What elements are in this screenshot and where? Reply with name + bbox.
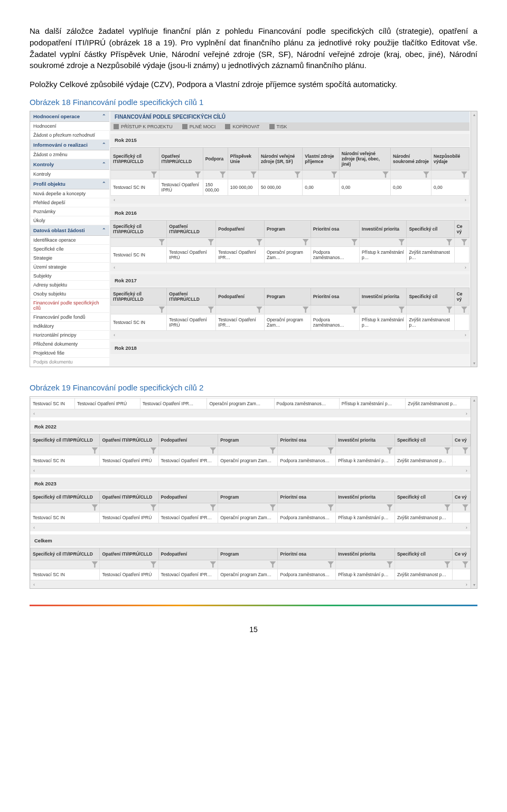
filter-icon[interactable] <box>387 504 393 511</box>
toolbar-button[interactable]: PLNÉ MOCI <box>182 124 216 129</box>
filter-icon[interactable] <box>351 239 358 245</box>
column-header[interactable]: Specifický cíl <box>395 434 452 446</box>
sidebar-item[interactable]: Nová depeše a koncepty <box>30 189 109 198</box>
scroll-left-icon[interactable]: ‹ <box>114 264 115 270</box>
column-header[interactable]: Investiční priorita <box>336 491 395 503</box>
column-header[interactable]: Specifický cíl <box>407 220 454 237</box>
table-row[interactable]: Testovací SC INTestovací Opatření IPRÚTe… <box>111 314 470 330</box>
filter-icon[interactable] <box>303 239 309 245</box>
filter-icon[interactable] <box>387 447 393 454</box>
filter-icon[interactable] <box>208 307 214 313</box>
filter-icon[interactable] <box>91 447 98 454</box>
column-header[interactable]: Podpora <box>203 147 228 170</box>
sidebar-item[interactable]: Financování podle fondů <box>30 313 109 322</box>
filter-icon[interactable] <box>327 504 334 511</box>
column-header[interactable]: Program <box>218 434 278 446</box>
scroll-left-icon[interactable]: ‹ <box>33 467 35 473</box>
column-header[interactable]: Ce vý <box>453 491 471 503</box>
sidebar-item[interactable]: Přehled depeší <box>30 198 109 207</box>
column-header[interactable]: Investiční priorita <box>336 434 395 446</box>
filter-icon[interactable] <box>444 447 450 454</box>
filter-icon[interactable] <box>91 504 98 511</box>
column-header[interactable]: Investiční priorita <box>360 220 407 237</box>
column-header[interactable]: Ce vý <box>453 434 471 446</box>
column-header[interactable]: Program <box>264 220 311 237</box>
horizontal-scrollbar[interactable]: ‹› <box>110 263 470 271</box>
filter-icon[interactable] <box>303 307 309 313</box>
sidebar-item[interactable]: Žádost o změnu <box>30 150 109 159</box>
filter-icon[interactable] <box>331 171 337 178</box>
scroll-left-icon[interactable]: ‹ <box>114 332 115 338</box>
sidebar-item[interactable]: Žádost o přezkum rozhodnutí <box>30 131 109 140</box>
column-header[interactable]: Podopatření <box>158 434 218 446</box>
filter-icon[interactable] <box>398 239 405 245</box>
column-header[interactable]: Opatření ITI/IPRÚ/CLLD <box>167 288 216 305</box>
column-header[interactable]: Specifický cíl ITI/IPRÚ/CLLD <box>111 288 167 305</box>
sidebar-item[interactable]: Hodnocení <box>30 122 109 131</box>
column-header[interactable]: Opatření ITI/IPRÚ/CLLD <box>167 220 216 237</box>
column-header[interactable]: Vlastní zdroje příjemce <box>303 147 340 170</box>
sidebar-item[interactable]: Identifikace operace <box>30 236 109 245</box>
column-header[interactable]: Prioritní osa <box>311 288 359 305</box>
sidebar-group-header[interactable]: Informování o realizaci⌃ <box>30 140 109 150</box>
scroll-right-icon[interactable]: › <box>465 264 466 270</box>
vertical-scrollbar[interactable]: ▴▾ <box>471 397 477 588</box>
filter-icon[interactable] <box>269 561 276 568</box>
sidebar-item[interactable]: Financování podle specifických cílů <box>30 299 109 313</box>
filter-icon[interactable] <box>210 504 216 511</box>
sidebar-item[interactable]: Strategie <box>30 254 109 263</box>
column-header[interactable]: Prioritní osa <box>311 220 359 237</box>
column-header[interactable]: Ce vý <box>454 220 469 237</box>
column-header[interactable]: Podopatření <box>158 491 218 503</box>
column-header[interactable]: Specifický cíl ITI/IPRÚ/CLLD <box>31 548 100 560</box>
filter-icon[interactable] <box>250 171 257 178</box>
table-row[interactable]: Testovací SC INTestovací Opatření IPRÚTe… <box>31 398 471 409</box>
filter-icon[interactable] <box>444 504 450 511</box>
toolbar-button[interactable]: KOPÍROVAT <box>225 124 259 129</box>
filter-icon[interactable] <box>195 171 201 178</box>
column-header[interactable]: Opatření ITI/IPRÚ/CLLD <box>100 434 158 446</box>
column-header[interactable]: Příspěvek Unie <box>228 147 258 170</box>
column-header[interactable]: Národní veřejné zdroje (kraj, obec, jiné… <box>339 147 390 170</box>
scroll-left-icon[interactable]: ‹ <box>33 524 35 530</box>
column-header[interactable]: Národní veřejné zdroje (SR, SF) <box>259 147 303 170</box>
filter-icon[interactable] <box>151 561 157 568</box>
toolbar-button[interactable]: PŘÍSTUP K PROJEKTU <box>114 124 173 129</box>
column-header[interactable]: Investiční priorita <box>336 548 395 560</box>
scroll-left-icon[interactable]: ‹ <box>33 410 35 416</box>
column-header[interactable]: Specifický cíl <box>395 491 452 503</box>
table-row[interactable]: Testovací SC INTestovací Opatření IPRÚTe… <box>31 569 471 580</box>
sidebar-item[interactable]: Podpis dokumentu <box>30 358 109 367</box>
column-header[interactable]: Opatření ITI/IPRÚ/CLLD <box>100 491 158 503</box>
column-header[interactable]: Podopatření <box>158 548 218 560</box>
sidebar-item[interactable]: Osoby subjektu <box>30 290 109 299</box>
scroll-right-icon[interactable]: › <box>466 410 467 416</box>
filter-icon[interactable] <box>158 239 165 245</box>
sidebar-group-header[interactable]: Datová oblast žádosti⌃ <box>30 225 109 236</box>
column-header[interactable]: Opatření ITI/IPRÚ/CLLD <box>100 548 158 560</box>
vertical-scrollbar[interactable]: ▴▾ <box>471 111 477 367</box>
column-header[interactable]: Nezpůsobilé výdaje <box>431 147 470 170</box>
scroll-left-icon[interactable]: ‹ <box>33 581 35 587</box>
scroll-left-icon[interactable]: ‹ <box>114 197 115 203</box>
table-row[interactable]: Testovací SC INTestovací Opatření IPRÚTe… <box>31 512 471 523</box>
column-header[interactable]: Specifický cíl ITI/IPRÚ/CLLD <box>31 434 100 446</box>
horizontal-scrollbar[interactable]: ‹› <box>30 409 471 417</box>
filter-icon[interactable] <box>151 171 157 178</box>
column-header[interactable]: Národní soukromé zdroje <box>391 147 431 170</box>
filter-icon[interactable] <box>398 307 405 313</box>
filter-icon[interactable] <box>351 307 358 313</box>
filter-icon[interactable] <box>210 447 216 454</box>
column-header[interactable]: Specifický cíl ITI/IPRÚ/CLLD <box>111 147 159 170</box>
filter-icon[interactable] <box>269 447 276 454</box>
filter-icon[interactable] <box>256 307 262 313</box>
column-header[interactable]: Specifický cíl ITI/IPRÚ/CLLD <box>31 491 100 503</box>
filter-icon[interactable] <box>462 504 468 511</box>
scroll-right-icon[interactable]: › <box>466 467 467 473</box>
filter-icon[interactable] <box>387 561 393 568</box>
filter-icon[interactable] <box>269 504 276 511</box>
filter-icon[interactable] <box>210 561 216 568</box>
column-header[interactable]: Program <box>218 548 278 560</box>
horizontal-scrollbar[interactable]: ‹› <box>30 466 471 474</box>
sidebar-item[interactable]: Úkoly <box>30 216 109 225</box>
